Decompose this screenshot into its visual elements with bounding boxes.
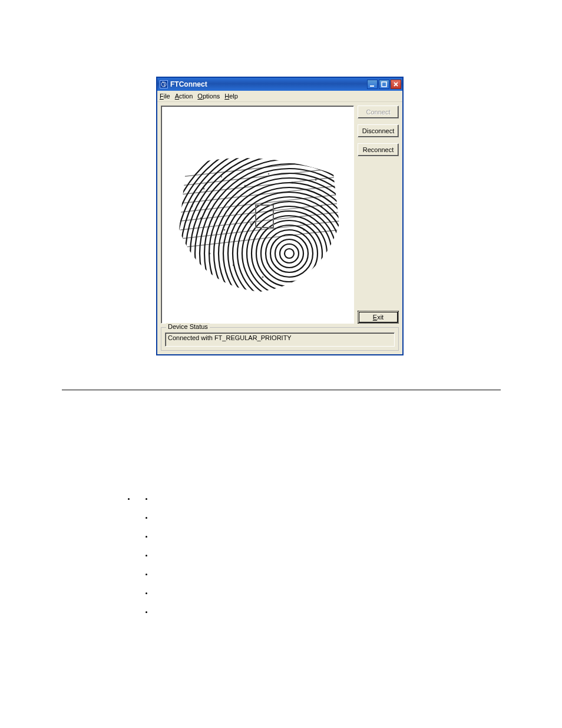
disconnect-button[interactable]: Disconnect [358, 124, 399, 137]
svg-point-43 [303, 229, 305, 231]
minimize-button[interactable] [367, 80, 378, 89]
svg-point-32 [268, 173, 270, 175]
fingerprint-display [161, 106, 354, 324]
svg-point-39 [233, 265, 234, 266]
list-item [135, 495, 153, 615]
svg-point-41 [191, 206, 193, 207]
svg-point-4 [280, 244, 299, 263]
svg-point-33 [292, 182, 293, 184]
svg-point-15 [228, 192, 345, 294]
exit-button[interactable]: Exit [358, 311, 399, 324]
svg-point-40 [262, 276, 263, 278]
svg-point-38 [209, 253, 211, 255]
fingerprint-image [168, 153, 345, 294]
titlebar: FTConnect [157, 78, 402, 91]
menu-action[interactable]: Action [175, 93, 193, 100]
svg-rect-2 [382, 82, 386, 87]
svg-point-42 [321, 206, 323, 207]
reconnect-button[interactable]: Reconnect [358, 143, 399, 156]
connect-button[interactable]: Connect [358, 106, 399, 118]
menu-file[interactable]: File [160, 93, 170, 100]
svg-point-37 [250, 223, 252, 225]
title-buttons [367, 80, 401, 89]
svg-point-35 [200, 218, 202, 219]
close-button[interactable] [391, 80, 401, 89]
device-status-group: Device Status Connected with FT_REGULAR_… [161, 327, 399, 351]
device-status-label: Device Status [166, 323, 210, 330]
divider-line [62, 390, 501, 390]
svg-rect-1 [370, 85, 374, 87]
svg-point-31 [244, 185, 246, 186]
button-spacer [358, 162, 399, 305]
menu-options[interactable]: Options [197, 93, 220, 100]
main-area: Connect Disconnect Reconnect Exit [157, 102, 402, 327]
menu-bar: File Action Options Help [157, 91, 402, 102]
svg-point-6 [270, 235, 308, 272]
maximize-button[interactable] [379, 80, 389, 89]
svg-point-3 [285, 249, 294, 258]
svg-point-36 [224, 229, 226, 231]
svg-point-34 [315, 179, 317, 181]
side-buttons: Connect Disconnect Reconnect Exit [358, 106, 399, 324]
page-root: FTConnect File Action Options Help [0, 0, 562, 728]
menu-help[interactable]: Help [224, 93, 238, 100]
window-title: FTConnect [170, 80, 367, 88]
device-status-field: Connected with FT_REGULAR_PRIORITY [165, 332, 395, 347]
app-window: FTConnect File Action Options Help [156, 77, 404, 355]
svg-point-30 [221, 176, 222, 177]
svg-point-29 [203, 188, 205, 190]
outer-list [135, 479, 153, 615]
app-icon [160, 80, 168, 88]
